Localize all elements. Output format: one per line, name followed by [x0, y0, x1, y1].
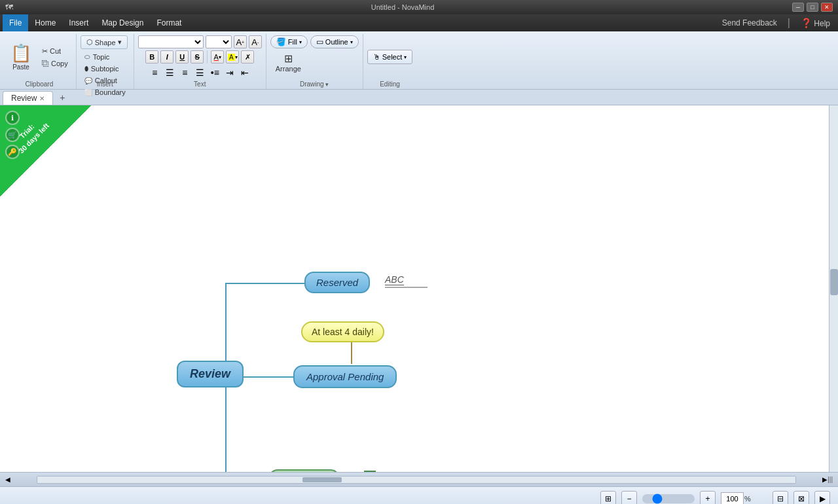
clear-format-icon: ✗: [245, 53, 251, 62]
trial-info-icon[interactable]: ℹ: [5, 111, 20, 125]
layout-button[interactable]: ⊠: [793, 491, 809, 505]
outline-dropdown-icon: ▾: [350, 39, 353, 45]
font-grow-button[interactable]: A+: [234, 35, 247, 48]
presentation-icon: ▶: [820, 494, 826, 503]
trial-corner-bg: [0, 105, 98, 204]
fill-dropdown-icon: ▾: [299, 39, 302, 45]
menubar: File Home Insert Map Design Format Send …: [0, 14, 838, 31]
menu-insert[interactable]: Insert: [62, 14, 95, 31]
zoom-out-icon: −: [627, 494, 631, 503]
zoom-in-button[interactable]: +: [700, 491, 716, 505]
drawing-group-label: Drawing ▾: [266, 81, 363, 88]
checkbox-icon: ✓: [364, 471, 376, 472]
clear-format-button[interactable]: ✗: [241, 50, 254, 63]
shape-button[interactable]: ⬡ Shape ▾: [81, 35, 128, 49]
cut-button[interactable]: ✂ Cut: [38, 46, 72, 57]
highlight-button[interactable]: A ▾: [226, 50, 239, 63]
underline-button[interactable]: U: [175, 50, 189, 63]
paste-label: Paste: [12, 63, 29, 71]
scroll-indicator: |||: [828, 476, 833, 483]
node-reserved[interactable]: Reserved: [304, 272, 370, 293]
arrange-button[interactable]: ⊞ Arrange: [270, 50, 306, 75]
view-toggle-button[interactable]: ⊟: [773, 491, 788, 505]
arrange-icon: ⊞: [284, 52, 293, 65]
menubar-right: Send Feedback | ❓ Help: [722, 14, 835, 31]
vertical-scrollbar[interactable]: [829, 105, 838, 472]
select-button[interactable]: 🖱 Select ▾: [367, 50, 413, 64]
tab-review-close[interactable]: ✕: [39, 95, 45, 102]
fit-page-icon: ⊞: [605, 494, 611, 503]
help-icon: ❓: [801, 18, 812, 28]
horizontal-scrollbar[interactable]: [37, 476, 796, 484]
scroll-left-button[interactable]: ◀: [5, 476, 10, 483]
strikethrough-button[interactable]: S: [191, 50, 204, 63]
close-button[interactable]: ✕: [821, 3, 833, 12]
ribbon: 📋 Paste ✂ Cut ⿻ Copy Clipboard: [0, 31, 838, 90]
bold-button[interactable]: B: [145, 50, 158, 63]
ribbon-group-editing: 🖱 Select ▾ Editing: [363, 34, 417, 89]
ribbon-group-clipboard: 📋 Paste ✂ Cut ⿻ Copy Clipboard: [3, 34, 77, 89]
boundary-button[interactable]: ⬜ Boundary: [81, 87, 130, 98]
topic-button[interactable]: ⬭ Topic: [81, 52, 130, 62]
vertical-scrollbar-thumb[interactable]: [830, 269, 838, 295]
horizontal-scrollbar-thumb[interactable]: [302, 477, 342, 482]
zoom-slider[interactable]: [642, 494, 695, 503]
tab-add-button[interactable]: +: [54, 90, 70, 105]
justify-button[interactable]: ☰: [192, 65, 207, 80]
font-size-select[interactable]: [206, 35, 232, 48]
paste-button[interactable]: 📋 Paste: [7, 37, 35, 77]
subtopic-button[interactable]: ⬮ Subtopic: [81, 63, 130, 74]
paste-icon: 📋: [10, 43, 31, 63]
canvas-area: ℹ 🛒 🔑 Trial: 30 days left Review Reserve…: [0, 105, 838, 472]
menu-home[interactable]: Home: [28, 14, 62, 31]
outline-icon: ▭: [316, 37, 323, 46]
font-color-button[interactable]: A ▾: [211, 50, 224, 63]
help-link[interactable]: ❓ Help: [801, 18, 830, 28]
titlebar: 🗺 Untitled - NovaMind ─ □ ✕: [0, 0, 838, 14]
shape-dropdown-icon: ▾: [118, 38, 122, 46]
minimize-button[interactable]: ─: [792, 3, 804, 12]
send-feedback-link[interactable]: Send Feedback: [722, 18, 777, 27]
maximize-button[interactable]: □: [807, 3, 818, 12]
copy-button[interactable]: ⿻ Copy: [38, 58, 72, 69]
font-select[interactable]: [138, 35, 204, 48]
menu-mapdesign[interactable]: Map Design: [95, 14, 150, 31]
indent-button[interactable]: ⇥: [223, 65, 237, 80]
layout-icon: ⊠: [798, 494, 805, 503]
fit-page-button[interactable]: ⊞: [600, 491, 616, 505]
ribbon-group-insert: ⬡ Shape ▾ ⬭ Topic ⬮ Subtopic 💬: [77, 34, 134, 89]
node-completed[interactable]: Completed: [268, 469, 340, 472]
zoom-in-icon: +: [705, 494, 710, 503]
zoom-input[interactable]: [721, 492, 744, 505]
trial-cart-icon[interactable]: 🛒: [5, 128, 20, 142]
align-right-button[interactable]: ≡: [177, 65, 192, 80]
trial-key-icon[interactable]: 🔑: [5, 145, 20, 159]
cut-icon: ✂: [42, 47, 48, 56]
zoom-percent-suffix: %: [744, 495, 767, 503]
ribbon-content: 📋 Paste ✂ Cut ⿻ Copy Clipboard: [0, 31, 838, 89]
align-left-button[interactable]: ≡: [147, 65, 162, 80]
bullet-button[interactable]: •≡: [208, 65, 222, 80]
menu-format[interactable]: Format: [150, 14, 188, 31]
clipboard-group-label: Clipboard: [3, 81, 76, 88]
zoom-out-button[interactable]: −: [621, 491, 637, 505]
tab-review[interactable]: Review ✕: [3, 91, 53, 105]
font-color-icon: A: [214, 53, 219, 61]
node-review[interactable]: Review: [177, 361, 244, 387]
highlight-dropdown-icon: ▾: [235, 54, 238, 60]
menu-file[interactable]: File: [3, 14, 28, 31]
trial-banner: ℹ 🛒 🔑 Trial: 30 days left: [0, 105, 98, 204]
view-toggle-icon: ⊟: [777, 494, 784, 503]
drawing-expand-icon[interactable]: ▾: [325, 81, 329, 88]
node-approval[interactable]: Approval Pending: [293, 365, 397, 388]
outline-button[interactable]: ▭ Outline ▾: [310, 35, 359, 48]
align-center-button[interactable]: ☰: [162, 65, 177, 80]
presentation-button[interactable]: ▶: [814, 491, 830, 505]
statusbar: ⊞ − + % ⊟ ⊠ ▶: [0, 486, 838, 504]
font-shrink-button[interactable]: A-: [249, 35, 262, 48]
fill-button[interactable]: 🪣 Fill ▾: [270, 35, 308, 48]
scroll-right-button[interactable]: ▶: [822, 476, 828, 483]
node-atleast[interactable]: At least 4 daily!: [301, 321, 384, 342]
italic-button[interactable]: I: [160, 50, 173, 63]
outdent-button[interactable]: ⇤: [238, 65, 252, 80]
